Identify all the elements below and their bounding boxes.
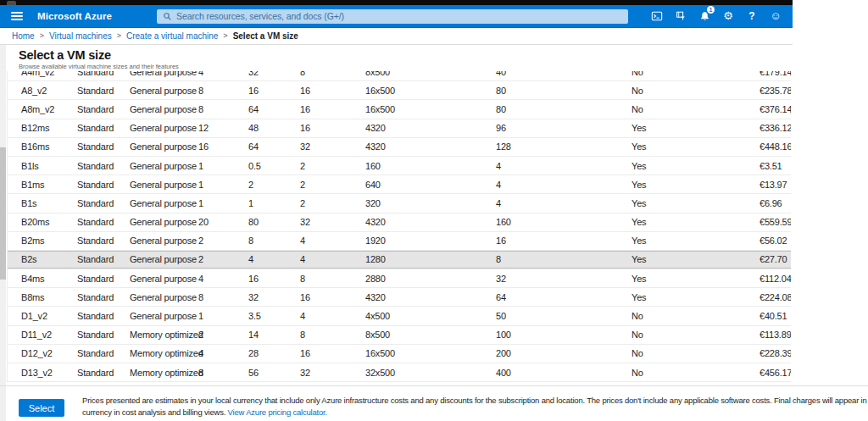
cost-cell: €179.14 bbox=[760, 71, 791, 77]
ram-cell: 16 bbox=[248, 86, 259, 96]
azure-portal-window: Microsoft Azure Search resources, servic… bbox=[0, 0, 868, 421]
offering-cell: Standard bbox=[77, 161, 114, 171]
data-disks-cell: 8 bbox=[300, 330, 305, 340]
max-iops-cell: 4320 bbox=[365, 123, 386, 133]
left-scrollbar-track[interactable] bbox=[0, 45, 6, 421]
offering-cell: Standard bbox=[77, 180, 114, 190]
cost-cell: €228.39 bbox=[760, 348, 791, 358]
cost-cell: €27.70 bbox=[760, 254, 787, 264]
table-row[interactable]: D1_v2StandardGeneral purpose13.544x50050… bbox=[8, 307, 791, 325]
settings-gear-icon[interactable]: ⚙ bbox=[722, 9, 734, 23]
max-iops-cell: 1920 bbox=[365, 235, 386, 246]
ram-cell: 2 bbox=[248, 180, 253, 190]
table-row[interactable]: B4msStandardGeneral purpose4168288032Yes… bbox=[8, 269, 791, 288]
table-row[interactable]: B2sStandardGeneral purpose24412808Yes€27… bbox=[8, 251, 791, 269]
directory-filter-icon[interactable] bbox=[675, 9, 687, 23]
cost-cell: €13.97 bbox=[760, 180, 787, 190]
cost-cell: €3.51 bbox=[760, 161, 782, 171]
table-row[interactable]: B1msStandardGeneral purpose1226404Yes€13… bbox=[8, 175, 791, 194]
offering-cell: Standard bbox=[77, 86, 114, 96]
cost-cell: €448.16 bbox=[760, 141, 791, 152]
table-row[interactable]: B1lsStandardGeneral purpose10.521604Yes€… bbox=[8, 157, 791, 175]
hamburger-menu-icon[interactable] bbox=[11, 12, 23, 20]
temp-storage-cell: 16 bbox=[496, 235, 506, 246]
help-icon[interactable]: ? bbox=[746, 9, 758, 23]
select-button[interactable]: Select bbox=[19, 399, 64, 417]
vm-size-cell: D13_v2 bbox=[21, 368, 53, 378]
offering-cell: Standard bbox=[77, 292, 114, 302]
footer-divider bbox=[0, 385, 868, 386]
ram-cell: 28 bbox=[248, 348, 259, 358]
max-iops-cell: 4320 bbox=[365, 217, 386, 227]
breadcrumb-item-create-a-virtual-machine[interactable]: Create a virtual machine bbox=[126, 31, 218, 41]
table-row[interactable]: B20msStandardGeneral purpose208032432016… bbox=[8, 213, 791, 232]
max-iops-cell: 16x500 bbox=[365, 86, 395, 96]
vcpus-cell: 8 bbox=[198, 292, 203, 302]
table-row[interactable]: B8msStandardGeneral purpose83216432064Ye… bbox=[8, 288, 791, 307]
offering-cell: Standard bbox=[77, 311, 114, 321]
vm-size-cell: A8m_v2 bbox=[21, 104, 54, 114]
breadcrumb-item-virtual-machines[interactable]: Virtual machines bbox=[49, 31, 112, 41]
family-cell: Memory optimized bbox=[130, 348, 203, 358]
vcpus-cell: 16 bbox=[198, 141, 209, 152]
cost-cell: €456.17 bbox=[760, 368, 791, 378]
breadcrumb-separator-icon: > bbox=[40, 31, 44, 40]
premium-disk-cell: Yes bbox=[632, 123, 646, 133]
data-disks-cell: 32 bbox=[300, 217, 310, 227]
table-row[interactable]: D12_v2StandardMemory optimized4281616x50… bbox=[8, 345, 791, 363]
brand-title[interactable]: Microsoft Azure bbox=[37, 10, 112, 22]
vm-size-cell: B20ms bbox=[21, 217, 49, 227]
temp-storage-cell: 80 bbox=[496, 104, 506, 114]
premium-disk-cell: No bbox=[632, 368, 643, 378]
breadcrumb-separator-icon: > bbox=[117, 31, 121, 40]
table-row[interactable]: B12msStandardGeneral purpose124816432096… bbox=[8, 119, 791, 138]
offering-cell: Standard bbox=[77, 71, 114, 77]
data-disks-cell: 16 bbox=[300, 348, 310, 358]
max-iops-cell: 8x500 bbox=[365, 330, 390, 340]
ram-cell: 1 bbox=[248, 198, 253, 208]
family-cell: General purpose bbox=[130, 161, 197, 171]
temp-storage-cell: 100 bbox=[496, 330, 511, 340]
cost-cell: €113.89 bbox=[760, 330, 791, 340]
table-row[interactable]: A8m_v2StandardGeneral purpose8641616x500… bbox=[8, 100, 791, 119]
cost-cell: €112.04 bbox=[760, 274, 791, 284]
page-subtitle: Browse available virtual machine sizes a… bbox=[19, 63, 179, 70]
vcpus-cell: 12 bbox=[198, 123, 209, 133]
data-disks-cell: 16 bbox=[300, 123, 310, 133]
premium-disk-cell: Yes bbox=[632, 141, 646, 152]
data-disks-cell: 16 bbox=[300, 292, 310, 302]
table-row[interactable]: A4m_v2StandardGeneral purpose43288x50040… bbox=[8, 71, 791, 81]
family-cell: General purpose bbox=[130, 217, 197, 227]
table-row[interactable]: B16msStandardGeneral purpose166432432012… bbox=[8, 138, 791, 157]
premium-disk-cell: Yes bbox=[632, 161, 646, 171]
notifications-bell-icon[interactable]: 1 bbox=[698, 9, 710, 23]
breadcrumb-item-home[interactable]: Home bbox=[12, 31, 35, 41]
table-row[interactable]: D11_v2StandardMemory optimized21488x5001… bbox=[8, 326, 791, 345]
vcpus-cell: 4 bbox=[198, 71, 203, 77]
max-iops-cell: 4320 bbox=[365, 292, 386, 302]
table-row[interactable]: A8_v2StandardGeneral purpose8161616x5008… bbox=[8, 81, 791, 100]
azure-top-bar: Microsoft Azure Search resources, servic… bbox=[0, 5, 793, 28]
vcpus-cell: 1 bbox=[198, 198, 203, 208]
table-row[interactable]: D13_v2StandardMemory optimized8563232x50… bbox=[8, 363, 791, 382]
max-iops-cell: 160 bbox=[365, 161, 381, 171]
table-row[interactable]: B1sStandardGeneral purpose1123204Yes€6.9… bbox=[8, 194, 791, 213]
cloud-shell-icon[interactable] bbox=[651, 9, 663, 23]
pricing-calculator-link[interactable]: View Azure pricing calculator. bbox=[228, 407, 327, 417]
ram-cell: 64 bbox=[248, 104, 259, 114]
premium-disk-cell: No bbox=[632, 330, 643, 340]
cost-cell: €336.12 bbox=[760, 123, 791, 133]
table-row[interactable]: B2msStandardGeneral purpose284192016Yes€… bbox=[8, 232, 791, 251]
premium-disk-cell: Yes bbox=[632, 274, 646, 284]
search-placeholder: Search resources, services, and docs (G+… bbox=[176, 11, 344, 21]
offering-cell: Standard bbox=[77, 104, 114, 114]
ram-cell: 0.5 bbox=[248, 161, 261, 171]
ram-cell: 80 bbox=[248, 217, 259, 227]
feedback-smiley-icon[interactable]: ☺ bbox=[770, 9, 782, 23]
left-scrollbar-thumb[interactable] bbox=[0, 147, 6, 280]
data-disks-cell: 2 bbox=[300, 180, 305, 190]
offering-cell: Standard bbox=[77, 254, 114, 264]
global-search-input[interactable]: Search resources, services, and docs (G+… bbox=[157, 9, 628, 24]
ram-cell: 16 bbox=[248, 274, 259, 284]
premium-disk-cell: Yes bbox=[632, 254, 646, 264]
